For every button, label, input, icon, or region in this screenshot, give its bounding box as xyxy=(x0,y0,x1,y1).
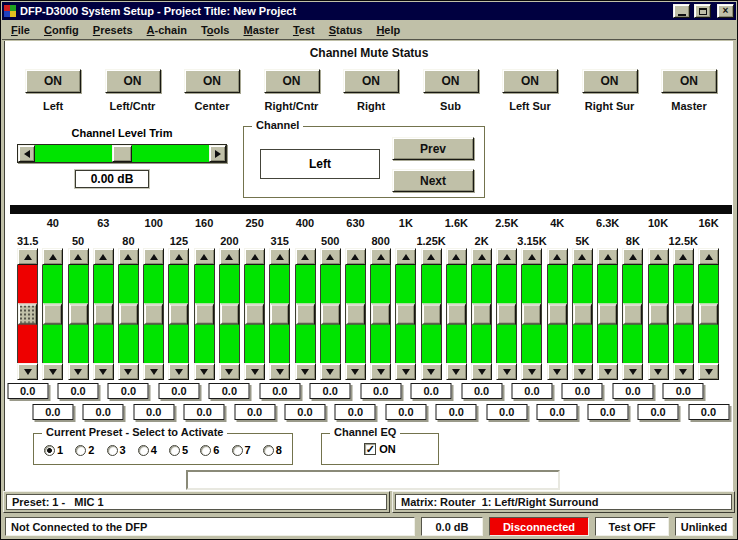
slider-up-arrow-button[interactable] xyxy=(673,248,694,265)
slider-thumb[interactable] xyxy=(321,304,340,325)
slider-track[interactable] xyxy=(622,265,643,363)
slider-thumb[interactable] xyxy=(94,304,113,325)
level-trim-slider[interactable] xyxy=(17,144,227,163)
slider-thumb[interactable] xyxy=(699,304,718,325)
slider-down-arrow-button[interactable] xyxy=(269,363,290,380)
preset-radio-4[interactable]: 4 xyxy=(138,444,157,456)
maximize-button[interactable] xyxy=(694,4,711,18)
eq-slider-1.25k[interactable] xyxy=(421,248,442,380)
slider-down-arrow-button[interactable] xyxy=(42,363,63,380)
minimize-button[interactable] xyxy=(673,4,690,18)
slider-thumb[interactable] xyxy=(296,304,315,325)
slider-down-arrow-button[interactable] xyxy=(194,363,215,380)
eq-slider-31.5[interactable] xyxy=(17,248,38,380)
mute-on-button-right-sur[interactable]: ON xyxy=(582,69,638,93)
slider-down-arrow-button[interactable] xyxy=(17,363,38,380)
slider-track[interactable] xyxy=(673,265,694,363)
eq-slider-80[interactable] xyxy=(118,248,139,380)
slider-down-arrow-button[interactable] xyxy=(395,363,416,380)
trim-right-arrow-button[interactable] xyxy=(209,145,226,162)
slider-thumb[interactable] xyxy=(573,304,592,325)
eq-slider-400[interactable] xyxy=(295,248,316,380)
trim-slider-thumb[interactable] xyxy=(112,145,132,162)
slider-thumb[interactable] xyxy=(447,304,466,325)
menu-item-test[interactable]: Test xyxy=(286,22,322,38)
slider-track[interactable] xyxy=(496,265,517,363)
slider-track[interactable] xyxy=(219,265,240,363)
slider-down-arrow-button[interactable] xyxy=(143,363,164,380)
slider-thumb[interactable] xyxy=(472,304,491,325)
slider-track[interactable] xyxy=(269,265,290,363)
slider-down-arrow-button[interactable] xyxy=(622,363,643,380)
eq-slider-40[interactable] xyxy=(42,248,63,380)
eq-slider-1k[interactable] xyxy=(395,248,416,380)
eq-slider-125[interactable] xyxy=(168,248,189,380)
slider-up-arrow-button[interactable] xyxy=(446,248,467,265)
eq-slider-800[interactable] xyxy=(370,248,391,380)
slider-down-arrow-button[interactable] xyxy=(370,363,391,380)
slider-track[interactable] xyxy=(521,265,542,363)
slider-up-arrow-button[interactable] xyxy=(93,248,114,265)
slider-track[interactable] xyxy=(345,265,366,363)
slider-up-arrow-button[interactable] xyxy=(68,248,89,265)
slider-down-arrow-button[interactable] xyxy=(345,363,366,380)
eq-slider-16k[interactable] xyxy=(698,248,719,380)
slider-down-arrow-button[interactable] xyxy=(547,363,568,380)
mute-on-button-right-cntr[interactable]: ON xyxy=(264,69,320,93)
slider-track[interactable] xyxy=(68,265,89,363)
slider-track[interactable] xyxy=(244,265,265,363)
slider-down-arrow-button[interactable] xyxy=(698,363,719,380)
slider-track[interactable] xyxy=(395,265,416,363)
slider-up-arrow-button[interactable] xyxy=(496,248,517,265)
mute-on-button-sub[interactable]: ON xyxy=(423,69,479,93)
eq-slider-6.3k[interactable] xyxy=(597,248,618,380)
slider-thumb[interactable] xyxy=(220,304,239,325)
slider-track[interactable] xyxy=(320,265,341,363)
slider-track[interactable] xyxy=(370,265,391,363)
slider-thumb[interactable] xyxy=(522,304,541,325)
channel-eq-checkbox-label[interactable]: ON xyxy=(379,443,396,455)
slider-down-arrow-button[interactable] xyxy=(219,363,240,380)
slider-up-arrow-button[interactable] xyxy=(597,248,618,265)
mute-on-button-right[interactable]: ON xyxy=(343,69,399,93)
slider-thumb[interactable] xyxy=(396,304,415,325)
slider-track[interactable] xyxy=(648,265,669,363)
eq-slider-2k[interactable] xyxy=(471,248,492,380)
eq-slider-5k[interactable] xyxy=(572,248,593,380)
menu-item-status[interactable]: Status xyxy=(322,22,370,38)
slider-thumb[interactable] xyxy=(245,304,264,325)
slider-thumb[interactable] xyxy=(649,304,668,325)
slider-track[interactable] xyxy=(143,265,164,363)
slider-up-arrow-button[interactable] xyxy=(320,248,341,265)
slider-up-arrow-button[interactable] xyxy=(269,248,290,265)
slider-up-arrow-button[interactable] xyxy=(143,248,164,265)
eq-slider-100[interactable] xyxy=(143,248,164,380)
slider-track[interactable] xyxy=(295,265,316,363)
slider-thumb[interactable] xyxy=(119,304,138,325)
mute-on-button-left-sur[interactable]: ON xyxy=(502,69,558,93)
slider-down-arrow-button[interactable] xyxy=(421,363,442,380)
slider-up-arrow-button[interactable] xyxy=(244,248,265,265)
mute-on-button-master[interactable]: ON xyxy=(661,69,717,93)
slider-up-arrow-button[interactable] xyxy=(194,248,215,265)
slider-down-arrow-button[interactable] xyxy=(68,363,89,380)
slider-thumb[interactable] xyxy=(548,304,567,325)
slider-track[interactable] xyxy=(194,265,215,363)
slider-up-arrow-button[interactable] xyxy=(295,248,316,265)
slider-track[interactable] xyxy=(547,265,568,363)
slider-track[interactable] xyxy=(698,265,719,363)
eq-slider-12.5k[interactable] xyxy=(673,248,694,380)
slider-thumb[interactable] xyxy=(371,304,390,325)
slider-up-arrow-button[interactable] xyxy=(698,248,719,265)
slider-track[interactable] xyxy=(471,265,492,363)
next-channel-button[interactable]: Next xyxy=(392,169,474,192)
eq-slider-315[interactable] xyxy=(269,248,290,380)
slider-track[interactable] xyxy=(17,265,38,363)
slider-up-arrow-button[interactable] xyxy=(547,248,568,265)
slider-down-arrow-button[interactable] xyxy=(496,363,517,380)
slider-down-arrow-button[interactable] xyxy=(168,363,189,380)
eq-slider-50[interactable] xyxy=(68,248,89,380)
slider-down-arrow-button[interactable] xyxy=(93,363,114,380)
menu-item-presets[interactable]: Presets xyxy=(86,22,140,38)
slider-up-arrow-button[interactable] xyxy=(572,248,593,265)
